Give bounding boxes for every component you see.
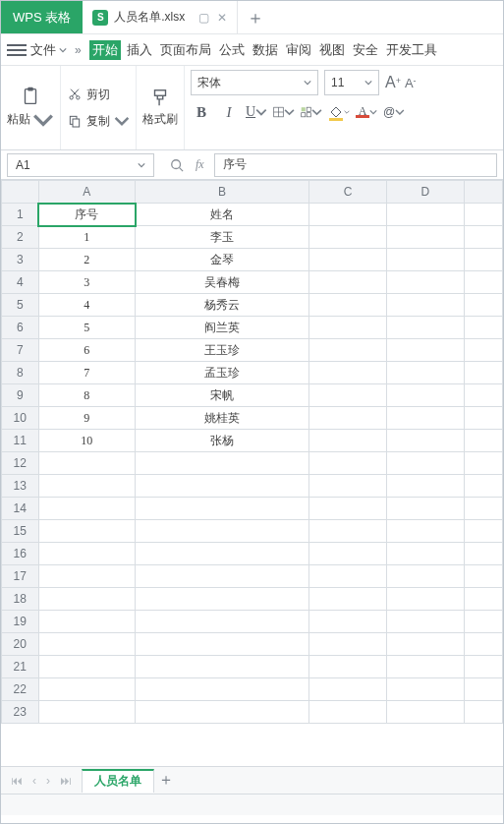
tab-menu-icon[interactable]: ▢ [198,11,209,25]
cell[interactable] [136,611,309,633]
first-sheet-button[interactable]: ⏮ [11,774,23,788]
cell[interactable]: 李玉 [136,226,309,249]
cell[interactable] [386,317,464,339]
tab-insert[interactable]: 插入 [125,40,154,60]
cell[interactable] [38,701,135,724]
cell[interactable] [309,611,387,633]
new-tab-button[interactable]: ＋ [238,1,273,33]
row-header[interactable]: 4 [2,271,39,294]
cell[interactable] [38,498,135,520]
cell[interactable] [464,633,502,656]
cell[interactable] [464,271,502,294]
tab-review[interactable]: 审阅 [284,40,313,60]
row-header[interactable]: 9 [2,384,39,407]
cell[interactable]: 3 [38,271,135,294]
tab-view[interactable]: 视图 [317,40,347,60]
row-header[interactable]: 11 [2,430,39,452]
tab-page-layout[interactable]: 页面布局 [158,40,213,60]
cell[interactable] [38,475,135,498]
cell[interactable] [309,226,387,249]
cell[interactable] [464,384,502,407]
font-color-button[interactable]: A [356,101,377,123]
spreadsheet-grid[interactable]: ABCD1序号姓名21李玉32金琴43吴春梅54杨秀云65阎兰英76王玉珍87孟… [1,180,503,766]
row-header[interactable]: 23 [2,701,39,724]
cell[interactable] [309,543,387,565]
cell[interactable] [386,294,464,317]
cell[interactable] [386,226,464,249]
cell[interactable]: 姓名 [136,204,309,226]
cell[interactable] [136,498,309,520]
cell[interactable] [386,249,464,271]
bold-button[interactable]: B [191,101,212,123]
cell[interactable] [464,656,502,678]
more-icon[interactable]: » [71,43,85,57]
cell[interactable] [309,362,387,384]
tab-dev-tools[interactable]: 开发工具 [384,40,439,60]
column-header[interactable] [464,181,502,204]
border-button[interactable] [273,101,295,123]
cell[interactable] [386,452,464,475]
cell[interactable] [309,520,387,543]
cell[interactable] [386,475,464,498]
name-box[interactable]: A1 [7,153,154,177]
format-painter-button[interactable]: 格式刷 [142,88,178,128]
cell[interactable] [136,452,309,475]
cell[interactable] [386,271,464,294]
tab-home[interactable]: 开始 [89,40,121,60]
row-header[interactable]: 10 [2,407,39,430]
row-header[interactable]: 6 [2,317,39,339]
phonetic-button[interactable]: @ [383,101,405,123]
cell[interactable] [386,430,464,452]
tab-formulas[interactable]: 公式 [217,40,247,60]
row-header[interactable]: 3 [2,249,39,271]
row-header[interactable]: 2 [2,226,39,249]
cell[interactable] [464,204,502,226]
cell[interactable] [309,317,387,339]
cell[interactable] [386,339,464,362]
cell[interactable] [38,611,135,633]
cell[interactable] [136,543,309,565]
cell[interactable] [136,678,309,701]
cell[interactable] [309,633,387,656]
cell[interactable] [38,520,135,543]
tab-close-icon[interactable]: ✕ [217,11,227,25]
cell[interactable]: 杨秀云 [136,294,309,317]
cut-button[interactable]: 剪切 [67,87,130,103]
row-header[interactable]: 20 [2,633,39,656]
cell[interactable] [464,611,502,633]
cell[interactable] [464,452,502,475]
row-header[interactable]: 5 [2,294,39,317]
cell[interactable] [38,588,135,611]
cell[interactable] [386,633,464,656]
cell[interactable] [38,678,135,701]
cell[interactable] [309,294,387,317]
cell[interactable] [309,271,387,294]
cell[interactable]: 8 [38,384,135,407]
cell[interactable] [136,701,309,724]
row-header[interactable]: 1 [2,204,39,226]
cell[interactable] [464,339,502,362]
cell[interactable] [38,543,135,565]
app-tab[interactable]: WPS 表格 [1,1,83,33]
cell[interactable] [38,656,135,678]
row-header[interactable]: 14 [2,498,39,520]
decrease-font-button[interactable]: A- [405,76,417,90]
cell[interactable] [464,565,502,588]
cell[interactable] [309,656,387,678]
last-sheet-button[interactable]: ⏭ [60,774,72,788]
cell[interactable]: 王玉珍 [136,339,309,362]
cell[interactable] [309,701,387,724]
cell[interactable]: 姚桂英 [136,407,309,430]
search-icon[interactable] [170,158,184,172]
row-header[interactable]: 7 [2,339,39,362]
cell[interactable] [136,633,309,656]
cell[interactable] [309,565,387,588]
cell[interactable] [386,204,464,226]
cell[interactable] [464,543,502,565]
cell[interactable] [309,249,387,271]
fill-color-button[interactable] [328,101,350,123]
cell[interactable]: 张杨 [136,430,309,452]
cell[interactable] [386,543,464,565]
row-header[interactable]: 17 [2,565,39,588]
cell[interactable] [136,656,309,678]
